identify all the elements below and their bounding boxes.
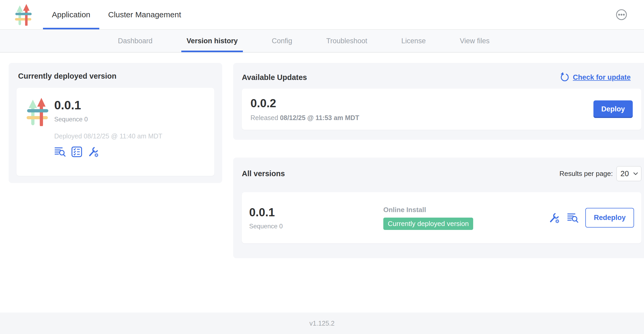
view-config-icon[interactable]: [88, 146, 99, 157]
view-logs-icon[interactable]: [567, 212, 578, 223]
tab-cluster-management-label: Cluster Management: [108, 10, 181, 19]
console-footer: v1.125.2: [0, 313, 644, 334]
currently-deployed-title: Currently deployed version: [18, 72, 214, 80]
available-updates-title: Available Updates: [242, 73, 307, 82]
subnav-dashboard[interactable]: Dashboard: [113, 30, 158, 52]
right-column: Available Updates Check for update 0.0.2: [233, 63, 644, 258]
released-prefix: Released: [250, 114, 280, 121]
install-type-label: Online Install: [383, 206, 426, 214]
ellipsis-circle-icon: [616, 9, 627, 20]
update-version-number: 0.0.2: [250, 97, 359, 110]
refresh-icon[interactable]: [560, 72, 570, 82]
view-config-icon[interactable]: [549, 212, 560, 223]
tab-cluster-management[interactable]: Cluster Management: [99, 0, 190, 29]
subnav-view-files-label: View files: [460, 37, 490, 45]
deployed-version-number: 0.0.1: [54, 99, 162, 111]
results-per-page-label: Results per page:: [559, 170, 613, 178]
subnav-view-files[interactable]: View files: [455, 30, 495, 52]
app-sub-nav: Dashboard Version history Config Trouble…: [0, 30, 644, 52]
currently-deployed-card: 0.0.1 Sequence 0 Deployed 08/12/25 @ 11:…: [17, 88, 214, 176]
check-for-update-label: Check for update: [573, 73, 631, 82]
update-released-line: Released 08/12/25 @ 11:53 am MDT: [250, 114, 359, 122]
version-row: 0.0.1 Sequence 0 Online Install Currentl…: [242, 192, 641, 243]
kots-admin-console: Application Cluster Management Dashboard…: [0, 0, 644, 334]
redeploy-button[interactable]: Redeploy: [585, 208, 634, 228]
available-updates-header: Available Updates Check for update: [233, 72, 644, 82]
subnav-version-history[interactable]: Version history: [181, 30, 243, 52]
chevron-down-icon: [633, 172, 638, 175]
results-per-page-select[interactable]: 20: [616, 166, 641, 181]
all-versions-header: All versions Results per page: 20: [242, 166, 641, 181]
deployed-sequence: Sequence 0: [54, 116, 162, 123]
deployed-timestamp: Deployed 08/12/25 @ 11:40 am MDT: [54, 132, 162, 140]
overflow-menu-button[interactable]: [616, 9, 627, 20]
app-logo-icon: [14, 4, 32, 26]
row-sequence: Sequence 0: [249, 223, 383, 230]
subnav-dashboard-label: Dashboard: [118, 37, 152, 45]
view-logs-icon[interactable]: [54, 146, 66, 157]
subnav-license[interactable]: License: [396, 30, 431, 52]
subnav-config-label: Config: [272, 37, 292, 45]
subnav-license-label: License: [401, 37, 426, 45]
check-for-update-link[interactable]: Check for update: [560, 72, 631, 82]
results-per-page-value: 20: [620, 169, 629, 178]
row-version-block: 0.0.1 Sequence 0: [249, 206, 383, 230]
available-update-card: 0.0.2 Released 08/12/25 @ 11:53 am MDT D…: [242, 89, 641, 130]
main-content: Currently deployed version 0.0.1 Sequenc…: [0, 52, 644, 313]
all-versions-panel: All versions Results per page: 20 0.0: [233, 158, 644, 258]
app-logo-icon: [26, 97, 49, 126]
currently-deployed-panel: Currently deployed version 0.0.1 Sequenc…: [9, 63, 222, 183]
all-versions-title: All versions: [242, 169, 285, 178]
deploy-button[interactable]: Deploy: [593, 100, 633, 118]
top-nav: Application Cluster Management: [0, 0, 644, 30]
console-version: v1.125.2: [309, 320, 335, 327]
update-info: 0.0.2 Released 08/12/25 @ 11:53 am MDT: [250, 97, 359, 122]
row-actions: Redeploy: [549, 208, 634, 228]
subnav-config[interactable]: Config: [266, 30, 297, 52]
deployed-version-info: 0.0.1 Sequence 0 Deployed 08/12/25 @ 11:…: [54, 95, 162, 176]
tab-application[interactable]: Application: [43, 0, 99, 29]
row-version-number: 0.0.1: [249, 206, 383, 219]
results-per-page: Results per page: 20: [559, 166, 641, 181]
released-date: 08/12/25 @ 11:53 am MDT: [280, 114, 359, 121]
available-updates-panel: Available Updates Check for update 0.0.2: [233, 63, 644, 140]
row-status-block: Online Install Currently deployed versio…: [383, 206, 473, 230]
subnav-troubleshoot[interactable]: Troubleshoot: [321, 30, 373, 52]
tab-application-label: Application: [52, 10, 90, 19]
deployed-actions: [54, 146, 162, 157]
status-badge: Currently deployed version: [383, 218, 473, 230]
subnav-version-history-label: Version history: [187, 37, 238, 45]
preflight-checks-icon[interactable]: [71, 146, 83, 157]
subnav-troubleshoot-label: Troubleshoot: [326, 37, 367, 45]
